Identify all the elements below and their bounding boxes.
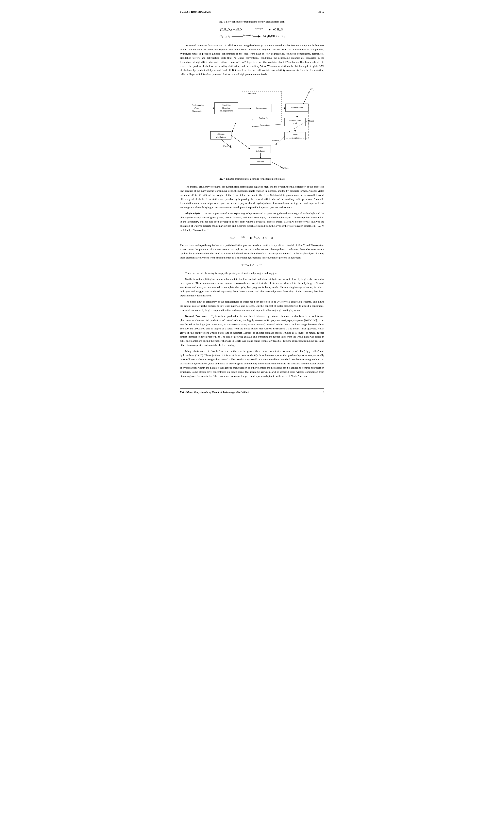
chemicals-label: Chemicals	[192, 110, 201, 112]
paragraph-natural: Natural Processes. Hydrocarbon productio…	[180, 314, 324, 347]
biophotolysis-equation: H2O ——light——▶ 1/2O2 + 2 H+ + 2e−	[180, 235, 324, 240]
water-label: Water	[194, 107, 199, 109]
header-vol: Vol 12	[317, 10, 324, 14]
footer-title: Kirk-Othmer Encyclopedia of Chemical Tec…	[180, 390, 249, 394]
carbonyls-label: Carbonyls	[259, 117, 268, 119]
footer-page: 19	[322, 390, 324, 394]
paragraph-overall: Thus, the overall chemistry is simply th…	[180, 271, 324, 275]
yeast-label: Yeast	[309, 120, 314, 122]
svg-line-24	[271, 161, 282, 167]
fusel-oil-label: Fusel oil	[223, 145, 231, 147]
svg-line-7	[304, 91, 309, 104]
optional-label: Optional	[248, 92, 256, 95]
paragraph-electrons: The electrons undergo the equivalent of …	[180, 243, 324, 260]
co2-label: CO2	[310, 88, 314, 91]
svg-line-17	[232, 122, 236, 132]
stillage-label: Stillage	[282, 167, 289, 169]
fig7-caption: Fig. 7. Ethanol production by alcoholic …	[180, 177, 324, 181]
pretreatment-label: Pretreatment	[256, 107, 267, 109]
paragraph-advanced: Advanced processes for conversion of cel…	[180, 43, 324, 76]
hydrogen-equation: 2 H+ + 2 e− → H2	[180, 263, 324, 268]
fermentation-label: Fermentation	[291, 106, 303, 109]
broth-label: broth	[293, 122, 297, 124]
fig6-caption: Fig. 6. Flow scheme for manufacture of e…	[180, 20, 324, 24]
page-footer: Kirk-Othmer Encyclopedia of Chemical Tec…	[180, 388, 324, 394]
ethanol-label: Ethanol	[260, 124, 266, 126]
paragraph-biophotolysis: Biophotolysis. The decomposition of wate…	[180, 212, 324, 232]
yeast-separation-label-2: separation	[290, 136, 300, 139]
paragraph-synthetic: Synthetic water-splitting membranes that…	[180, 277, 324, 298]
paragraph-upper-limit: The upper limit of efficiency of the bio…	[180, 300, 324, 312]
shredding-label: Shredding	[222, 104, 231, 106]
bottoms-label: Bottoms	[257, 160, 264, 163]
equation-1: (C6H10O5)x + xH2O ————hydrolysis——▶ xC6H…	[180, 27, 324, 32]
beer-distillation-label-2: distillation	[256, 150, 265, 152]
natural-processes-text: Hydrocarbon production in land-based bio…	[180, 315, 324, 346]
fermentation-broth-label: Fermentation	[289, 119, 301, 122]
biophotolysis-heading: Biophotolysis.	[185, 212, 202, 215]
paragraph-thermal: The thermal efficiency of ethanol produc…	[180, 185, 324, 210]
flow-diagram-fig7: Optional Feed organics Water Chemicals S…	[180, 81, 324, 175]
yeast-separation-label-1: Yeast	[293, 133, 297, 136]
paragraph-many-plants: Many plants native to North America, or …	[180, 349, 324, 378]
page-header: FUELS FROM BIOMASS Vol 12	[180, 8, 324, 14]
beer-distillation-label-1: Beer	[258, 147, 263, 149]
natural-processes-heading: Natural Processes.	[185, 315, 210, 318]
svg-line-20	[231, 135, 250, 149]
alcohol-distillation-label-1: Alcohol	[217, 133, 224, 135]
blending-label: Blending	[222, 107, 230, 109]
svg-line-15	[252, 124, 285, 127]
equations-fig6: (C6H10O5)x + xH2O ————hydrolysis——▶ xC6H…	[180, 27, 324, 39]
alcohol-distillation-label-2: distillation	[216, 136, 226, 138]
overhead-label: Overhead	[271, 139, 279, 142]
ph-adjust-label: pH adjustment	[220, 109, 233, 112]
equation-2: xC6H12O6 ————fermentation——▶ 2xC2H5OH + …	[180, 34, 324, 38]
header-title: FUELS FROM BIOMASS	[180, 10, 211, 14]
feed-organics-label: Feed organics	[192, 104, 204, 106]
